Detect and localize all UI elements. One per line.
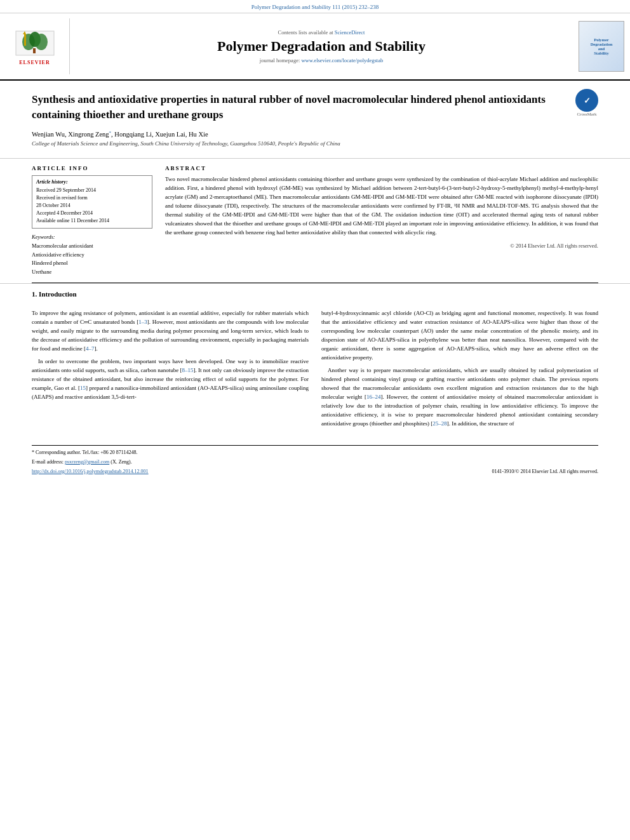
svg-rect-4 — [33, 48, 36, 53]
ref-15[interactable]: 15 — [80, 385, 86, 391]
intro-right-col: butyl-4-hydroxycinnamic acyl chloride (A… — [321, 309, 598, 432]
contents-text: Contents lists available at — [278, 29, 333, 36]
journal-title: Polymer Degradation and Stability — [217, 38, 426, 55]
email-note: (X. Zeng). — [111, 459, 132, 465]
intro-body: To improve the aging resistance of polym… — [0, 309, 630, 432]
journal-thumb-title: Polymer Degradation and Stability — [591, 37, 613, 55]
keyword-4: Urethane — [32, 268, 152, 277]
ref-1-3[interactable]: 1–3 — [138, 319, 147, 325]
intro-para-4: Another way is to prepare macromolecular… — [321, 366, 598, 429]
ref-25-28[interactable]: 25–28 — [432, 420, 447, 427]
article-title: Synthesis and antioxidative properties i… — [32, 92, 569, 123]
page: Polymer Degradation and Stability 111 (2… — [0, 0, 630, 840]
journal-citation-text: Polymer Degradation and Stability 111 (2… — [251, 4, 379, 10]
history-title: Article history: — [36, 179, 148, 185]
journal-header-logo: ELSEVIER — [0, 18, 70, 74]
footer: * Corresponding author. Tel./fax: +86 20… — [32, 445, 598, 474]
keywords-label: Keywords: — [32, 234, 152, 240]
intro-para-3: butyl-4-hydroxycinnamic acyl chloride (A… — [321, 309, 598, 363]
issn-text: 0141-3910/© 2014 Elsevier Ltd. All right… — [492, 469, 598, 474]
keyword-1: Macromolecular antioxidant — [32, 242, 152, 251]
keyword-2: Antioxidative efficiency — [32, 251, 152, 260]
journal-thumbnail: Polymer Degradation and Stability — [579, 21, 624, 72]
sciencedirect-link[interactable]: ScienceDirect — [335, 29, 365, 36]
contents-available-line: Contents lists available at ScienceDirec… — [278, 29, 365, 36]
intro-heading: 1. Introduction — [32, 290, 598, 298]
elsevier-tree-icon — [13, 28, 57, 60]
elsevier-logo: ELSEVIER — [13, 28, 57, 65]
svg-point-3 — [35, 34, 48, 50]
journal-citation-bar: Polymer Degradation and Stability 111 (2… — [0, 0, 630, 13]
history-accepted: Accepted 4 December 2014 — [36, 210, 148, 217]
intro-para-1: To improve the aging resistance of polym… — [32, 309, 309, 354]
footer-bottom: http://dx.doi.org/10.1016/j.polymdegrads… — [32, 469, 598, 474]
svg-rect-5 — [24, 34, 26, 46]
ref-8-15[interactable]: 8–15 — [182, 367, 194, 373]
abstract-text: Two novel macromolecular hindered phenol… — [165, 175, 598, 237]
crossmark-svg: ✓ — [575, 89, 598, 112]
article-meta-section: ARTICLE INFO Article history: Received 2… — [0, 159, 630, 283]
intro-left-col: To improve the aging resistance of polym… — [32, 309, 309, 432]
article-info-label: ARTICLE INFO — [32, 165, 152, 171]
doi-link[interactable]: http://dx.doi.org/10.1016/j.polymdegrads… — [32, 469, 149, 474]
journal-header-thumb: Polymer Degradation and Stability — [573, 18, 630, 74]
keywords-box: Keywords: Macromolecular antioxidant Ant… — [32, 234, 152, 276]
affiliation: College of Materials Science and Enginee… — [32, 140, 569, 147]
homepage-label: journal homepage: — [260, 57, 300, 63]
crossmark-icon: ✓ — [575, 89, 598, 112]
footer-email-line: E-mail address: psxrzeng@gmail.com (X. Z… — [32, 458, 598, 466]
journal-header: ELSEVIER Contents lists available at Sci… — [0, 13, 630, 81]
intro-heading-section: 1. Introduction — [0, 283, 630, 309]
authors-line: Wenjian Wu, Xingrong Zeng*, Hongqiang Li… — [32, 130, 569, 138]
history-online: Available online 11 December 2014 — [36, 217, 148, 225]
keyword-3: Hindered phenol — [32, 259, 152, 268]
history-revised-label: Received in revised form — [36, 194, 148, 202]
article-history-box: Article history: Received 29 September 2… — [32, 175, 152, 229]
copyright-line: © 2014 Elsevier Ltd. All rights reserved… — [165, 243, 598, 249]
article-title-section: Synthesis and antioxidative properties i… — [0, 81, 630, 159]
journal-homepage-line: journal homepage: www.elsevier.com/locat… — [260, 57, 383, 63]
abstract-col: ABSTRACT Two novel macromolecular hinder… — [165, 165, 598, 276]
footnote-star-text: * Corresponding author. Tel./fax: +86 20… — [32, 450, 137, 455]
svg-text:✓: ✓ — [584, 96, 591, 105]
elsevier-text: ELSEVIER — [19, 60, 50, 65]
intro-para-2: In order to overcome the problem, two im… — [32, 357, 309, 402]
abstract-label: ABSTRACT — [165, 165, 598, 171]
crossmark: ✓ CrossMark — [575, 89, 598, 117]
journal-header-center: Contents lists available at ScienceDirec… — [70, 18, 573, 74]
email-label: E-mail address: — [32, 459, 64, 465]
authors-text: Wenjian Wu, Xingrong Zeng*, Hongqiang Li… — [32, 131, 208, 138]
history-revised-date: 28 October 2014 — [36, 202, 148, 210]
history-received: Received 29 September 2014 — [36, 187, 148, 194]
footer-footnote: * Corresponding author. Tel./fax: +86 20… — [32, 449, 598, 457]
ref-16-24[interactable]: 16–24 — [366, 394, 381, 400]
article-info-col: ARTICLE INFO Article history: Received 2… — [32, 165, 152, 276]
ref-4-7[interactable]: 4–7 — [86, 345, 95, 352]
email-link[interactable]: psxrzeng@gmail.com — [65, 459, 109, 465]
homepage-link[interactable]: www.elsevier.com/locate/polydegstab — [301, 57, 383, 63]
